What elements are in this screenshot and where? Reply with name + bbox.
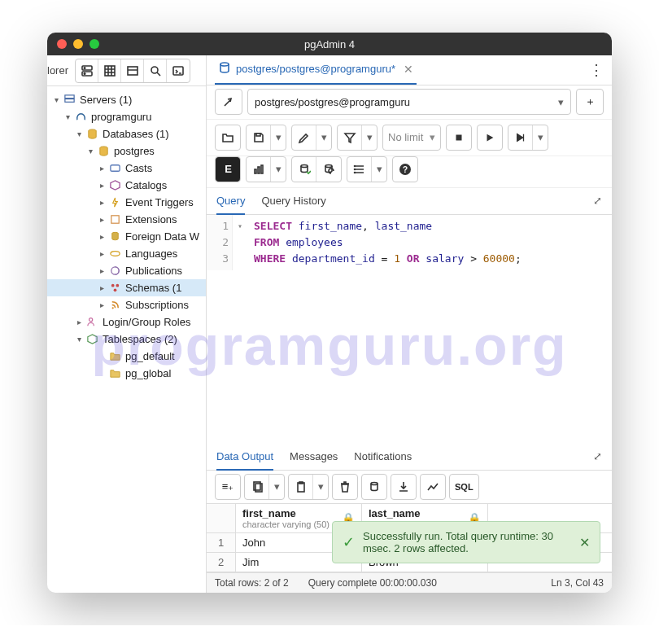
- expand-output-icon[interactable]: ⤢: [593, 450, 602, 462]
- graph-button[interactable]: [247, 157, 271, 182]
- app-window: pgAdmin 4 lorer ▾Servers (1) ▾programgur…: [47, 33, 612, 593]
- tree-subscriptions[interactable]: ▸Subscriptions: [47, 296, 206, 313]
- save-data-button[interactable]: [362, 475, 386, 499]
- tree-casts[interactable]: ▸Casts: [47, 160, 206, 177]
- database-tab-icon: [218, 61, 231, 77]
- rollback-button[interactable]: [316, 157, 341, 182]
- macros-button[interactable]: [347, 157, 372, 182]
- save-menu-button[interactable]: ▾: [271, 125, 286, 150]
- tab-query[interactable]: Query: [216, 188, 245, 215]
- svg-point-17: [111, 284, 114, 287]
- extensions-icon: [107, 213, 122, 226]
- paste-button[interactable]: [289, 475, 313, 499]
- tree-event-triggers[interactable]: ▸Event Triggers: [47, 194, 206, 211]
- paste-menu-button[interactable]: ▾: [313, 475, 328, 499]
- svg-rect-7: [173, 67, 183, 75]
- tree-publications[interactable]: ▸Publications: [47, 262, 206, 279]
- tab-messages[interactable]: Messages: [290, 444, 338, 469]
- close-tab-icon[interactable]: ✕: [404, 63, 413, 76]
- open-file-button[interactable]: [216, 125, 240, 150]
- copy-button[interactable]: [245, 475, 269, 499]
- server-icon[interactable]: [76, 59, 98, 82]
- plus-icon: ＋: [585, 94, 596, 109]
- sql-editor[interactable]: 1 2 3 ▾ SELECT first_name, last_name FRO…: [207, 215, 612, 270]
- status-cursor: Ln 3, Col 43: [551, 577, 604, 589]
- status-complete: Query complete 00:00:00.030: [308, 577, 437, 589]
- svg-rect-5: [128, 67, 137, 75]
- tree-postgres-db[interactable]: ▾postgres: [47, 142, 206, 160]
- svg-point-6: [151, 67, 158, 73]
- maximize-window-button[interactable]: [89, 39, 99, 49]
- server-group-icon: [62, 94, 76, 106]
- delete-button[interactable]: [333, 475, 357, 499]
- object-tree[interactable]: ▾Servers (1) ▾programguru ▾Databases (1)…: [47, 86, 206, 593]
- connection-status-button[interactable]: [215, 89, 242, 115]
- casts-icon: [107, 162, 122, 174]
- refresh-with-filter-icon[interactable]: [121, 59, 144, 82]
- stop-button[interactable]: [447, 125, 471, 150]
- svg-point-15: [110, 252, 119, 256]
- connection-row: postgres/postgres@programguru ▾ ＋: [207, 85, 612, 120]
- tree-extensions[interactable]: ▸Extensions: [47, 211, 206, 228]
- tree-catalogs[interactable]: ▸Catalogs: [47, 177, 206, 194]
- execute-button[interactable]: [478, 125, 502, 150]
- graph-menu-button[interactable]: ▾: [271, 157, 286, 182]
- tree-server[interactable]: ▾programguru: [47, 108, 206, 125]
- publications-icon: [107, 265, 122, 277]
- trigger-icon: [107, 196, 122, 208]
- tab-notifications[interactable]: Notifications: [354, 444, 412, 469]
- svg-rect-4: [105, 66, 115, 76]
- code-area[interactable]: SELECT first_name, last_name FROM employ…: [247, 215, 528, 270]
- tree-languages[interactable]: ▸Languages: [47, 245, 206, 262]
- download-button[interactable]: [391, 475, 416, 499]
- languages-icon: [107, 248, 122, 260]
- svg-point-3: [84, 72, 85, 74]
- tree-pg-global[interactable]: pg_global: [47, 365, 206, 382]
- tree-tablespaces[interactable]: ▾Tablespaces (2): [47, 331, 206, 348]
- close-window-button[interactable]: [57, 39, 67, 49]
- help-button[interactable]: ?: [393, 157, 417, 182]
- tree-databases[interactable]: ▾Databases (1): [47, 125, 206, 142]
- chart-button[interactable]: [421, 475, 445, 499]
- edit-button[interactable]: [292, 125, 316, 150]
- new-connection-button[interactable]: ＋: [576, 89, 604, 115]
- tree-pg-default[interactable]: pg_default: [47, 348, 206, 365]
- elephant-icon: [73, 111, 88, 123]
- connection-select[interactable]: postgres/postgres@programguru ▾: [247, 89, 571, 115]
- filter-button[interactable]: [338, 125, 362, 150]
- terminal-icon[interactable]: [167, 59, 190, 82]
- search-icon[interactable]: [144, 59, 167, 82]
- svg-rect-13: [111, 216, 118, 223]
- tree-schemas[interactable]: ▸Schemas (1: [47, 279, 206, 296]
- tree-servers[interactable]: ▾Servers (1): [47, 91, 206, 108]
- explain-button[interactable]: [508, 125, 533, 150]
- expand-icon[interactable]: ⤢: [593, 195, 602, 207]
- macros-menu-button[interactable]: ▾: [372, 157, 386, 182]
- add-row-button[interactable]: ≡₊: [216, 475, 240, 499]
- limit-select[interactable]: No limit▾: [383, 125, 440, 150]
- svg-rect-8: [64, 95, 73, 99]
- svg-point-20: [111, 307, 113, 309]
- save-button[interactable]: [247, 125, 271, 150]
- commit-button[interactable]: [292, 157, 316, 182]
- tab-menu-icon[interactable]: ⋮: [589, 61, 604, 79]
- edit-menu-button[interactable]: ▾: [316, 125, 331, 150]
- svg-point-30: [354, 165, 355, 166]
- explain-analyze-button[interactable]: E: [216, 157, 240, 182]
- tab-query-history[interactable]: Query History: [261, 188, 325, 213]
- window-controls: [57, 39, 99, 49]
- table-icon[interactable]: [98, 59, 121, 82]
- tree-foreign-data[interactable]: ▸Foreign Data W: [47, 228, 206, 245]
- filter-menu-button[interactable]: ▾: [362, 125, 377, 150]
- editor-tab[interactable]: postgres/postgres@programguru* ✕: [215, 55, 417, 85]
- copy-menu-button[interactable]: ▾: [269, 475, 284, 499]
- tree-login-roles[interactable]: ▸Login/Group Roles: [47, 313, 206, 331]
- svg-rect-12: [110, 165, 119, 172]
- tab-data-output[interactable]: Data Output: [216, 444, 273, 471]
- output-toolbar: ≡₊ ▾ ▾ SQL: [207, 471, 612, 504]
- titlebar: pgAdmin 4: [47, 33, 612, 55]
- minimize-window-button[interactable]: [73, 39, 83, 49]
- close-toast-icon[interactable]: ✕: [579, 535, 590, 550]
- sql-view-button[interactable]: SQL: [450, 475, 478, 499]
- explain-menu-button[interactable]: ▾: [533, 125, 548, 150]
